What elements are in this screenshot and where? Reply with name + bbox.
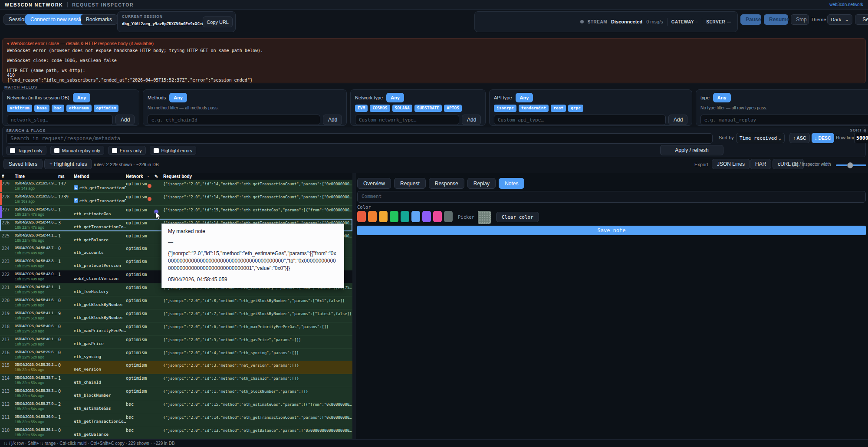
settings-button[interactable]: Settings xyxy=(855,14,868,25)
row-type-any-button[interactable]: Any xyxy=(713,93,731,102)
highlight-rules-button[interactable]: + Highlight rules xyxy=(44,159,92,169)
chip-grpc[interactable]: grpc xyxy=(568,105,583,112)
method-input[interactable] xyxy=(148,115,320,125)
tab-notes[interactable]: Notes xyxy=(499,178,524,189)
sort-by-select[interactable]: Time received ⌄ xyxy=(736,133,785,143)
network-type-input[interactable] xyxy=(355,115,459,125)
checkbox[interactable] xyxy=(10,148,15,153)
save-note-button[interactable]: Save note xyxy=(357,226,866,235)
chip-APTOS[interactable]: APTOS xyxy=(444,105,462,112)
table-row[interactable]: 21905/04/2026, 04:58:41.1…18h 22m 51s ag… xyxy=(0,309,352,322)
networks-add-button[interactable]: Add xyxy=(115,115,135,125)
methods-add-button[interactable]: Add xyxy=(323,115,342,125)
column-header[interactable]: Time xyxy=(15,174,58,179)
checkbox[interactable] xyxy=(54,148,59,153)
slider-handle[interactable] xyxy=(847,162,853,168)
api-type-add-button[interactable]: Add xyxy=(668,115,687,125)
table-row[interactable]: 21805/04/2026, 04:58:40.6…18h 22m 51s ag… xyxy=(0,322,352,335)
table-row[interactable]: 22805/04/2026, 23:19:55.5…1m 36s ago1739… xyxy=(0,193,352,206)
color-swatch-1[interactable] xyxy=(357,211,366,222)
row-type-input[interactable] xyxy=(700,115,868,125)
error-panel-title[interactable]: ▾ WebSocket error / close — details & HT… xyxy=(7,41,861,46)
checkbox[interactable] xyxy=(154,148,159,153)
table-row[interactable]: 21605/04/2026, 04:58:39.6…18h 22m 52s ag… xyxy=(0,348,352,362)
table-row[interactable]: 21205/04/2026, 04:58:37.9…18h 22m 54s ag… xyxy=(0,400,352,413)
table-row[interactable]: 21305/04/2026, 04:58:38.3…18h 22m 54s ag… xyxy=(0,387,352,400)
color-swatch-3[interactable] xyxy=(379,211,388,222)
column-header[interactable]: Request body xyxy=(163,174,352,179)
clear-color-button[interactable]: Clear color xyxy=(496,212,539,222)
column-header[interactable]: Network xyxy=(126,174,148,179)
chip-SOLANA[interactable]: SOLANA xyxy=(392,105,412,112)
table-row[interactable]: 21705/04/2026, 04:58:40.1…18h 22m 52s ag… xyxy=(0,335,352,348)
copy-url-button[interactable]: Copy URL xyxy=(203,16,233,27)
color-picker-box[interactable] xyxy=(478,211,491,224)
chip-tendermint[interactable]: tendermint xyxy=(519,105,549,112)
chip-bsc[interactable]: bsc xyxy=(52,105,64,112)
column-header[interactable]: # xyxy=(2,174,15,179)
row-request-body: {"jsonrpc":"2.0","id":5,"method":"eth_ga… xyxy=(163,335,352,348)
chip-ethereum[interactable]: ethereum xyxy=(66,105,92,112)
row-time-abs: 05/04/2026, 04:58:41.1… xyxy=(15,311,58,315)
export-har-button[interactable]: HAR xyxy=(750,159,771,169)
table-row[interactable]: 21505/04/2026, 04:58:39.2…18h 22m 53s ag… xyxy=(0,361,352,374)
table-row[interactable]: 21005/04/2026, 04:58:36.1…18h 22m 56s ag… xyxy=(0,426,352,439)
color-swatch-7[interactable] xyxy=(422,211,431,222)
table-row[interactable]: 22005/04/2026, 04:58:41.6…18h 22m 50s ag… xyxy=(0,296,352,309)
chip-COSMOS[interactable]: COSMOS xyxy=(370,105,390,112)
table-row[interactable]: 21405/04/2026, 04:58:38.7…18h 22m 53s ag… xyxy=(0,374,352,387)
column-header[interactable]: ✎ xyxy=(155,174,163,179)
chip-arbitrum[interactable]: arbitrum xyxy=(7,105,32,112)
network-slug-input[interactable] xyxy=(7,115,113,125)
theme-select[interactable]: Dark ⌄ xyxy=(827,14,852,25)
color-swatch-8[interactable] xyxy=(433,211,442,222)
bookmarks-button[interactable]: Bookmarks xyxy=(81,14,117,25)
export-json-lines-button[interactable]: JSON Lines xyxy=(712,159,750,169)
sort-asc-button[interactable]: ↑ ASC xyxy=(789,133,810,143)
chip-EVM[interactable]: EVM xyxy=(355,105,368,112)
resume-button[interactable]: Resume xyxy=(764,14,788,25)
comment-input[interactable] xyxy=(357,191,866,203)
chip-base[interactable]: base xyxy=(34,105,49,112)
search-input[interactable] xyxy=(6,133,713,144)
color-swatch-2[interactable] xyxy=(368,211,377,222)
network-type-add-button[interactable]: Add xyxy=(462,115,481,125)
color-swatch-9[interactable] xyxy=(444,211,453,222)
flag-manual-replay-only[interactable]: Manual replay only xyxy=(50,146,104,155)
table-row[interactable]: 21105/04/2026, 04:58:36.9…18h 22m 55s ag… xyxy=(0,413,352,426)
table-row[interactable]: 22705/04/2026, 04:58:45.0…18h 22m 47s ag… xyxy=(0,206,352,219)
column-header[interactable]: ms xyxy=(58,174,74,179)
network-type-any-button[interactable]: Any xyxy=(386,93,404,102)
table-row[interactable]: 22905/04/2026, 23:19:57.9…1m 34s ago132e… xyxy=(0,180,352,193)
apply-refresh-button[interactable]: Apply / refresh xyxy=(660,145,723,155)
flag-highlight-errors[interactable]: Highlight errors xyxy=(150,146,196,155)
color-swatch-5[interactable] xyxy=(401,211,409,222)
flag-tagged-only[interactable]: Tagged only xyxy=(6,146,46,155)
color-swatch-6[interactable] xyxy=(411,211,420,222)
color-swatch-4[interactable] xyxy=(390,211,398,222)
chip-SUBSTRATE[interactable]: SUBSTRATE xyxy=(414,105,442,112)
flag-errors-only[interactable]: Errors only xyxy=(108,146,146,155)
methods-any-button[interactable]: Any xyxy=(169,93,187,102)
chip-optimism[interactable]: optimism xyxy=(94,105,119,112)
tab-replay[interactable]: Replay xyxy=(467,178,496,189)
column-header[interactable]: · xyxy=(148,174,155,179)
stop-button[interactable]: Stop xyxy=(791,14,809,25)
sort-desc-button[interactable]: ↓ DESC xyxy=(812,133,834,143)
domain-link[interactable]: web3cdn.network xyxy=(829,2,863,7)
inspector-width-slider[interactable] xyxy=(836,162,866,168)
tab-response[interactable]: Response xyxy=(429,178,464,189)
chip-rest[interactable]: rest xyxy=(551,105,566,112)
tab-overview[interactable]: Overview xyxy=(357,178,391,189)
api-type-any-button[interactable]: Any xyxy=(516,93,533,102)
saved-filters-button[interactable]: Saved filters xyxy=(3,159,43,169)
row-limit-input[interactable]: 50000 ▲▼ xyxy=(854,133,868,143)
column-header[interactable]: Method xyxy=(74,174,126,179)
pause-button[interactable]: Pause xyxy=(740,14,761,25)
api-type-input[interactable] xyxy=(494,115,666,125)
chip-jsonrpc[interactable]: jsonrpc xyxy=(494,105,516,112)
checkbox[interactable] xyxy=(112,148,117,153)
tab-request[interactable]: Request xyxy=(394,178,426,189)
list-inspector-divider[interactable] xyxy=(352,173,356,439)
networks-any-button[interactable]: Any xyxy=(73,93,91,102)
